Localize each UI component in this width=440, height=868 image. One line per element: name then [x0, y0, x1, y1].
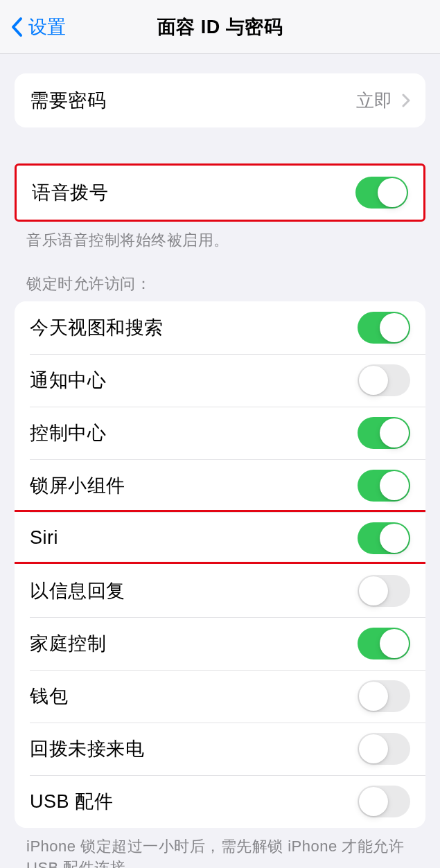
chevron-right-icon	[402, 94, 410, 107]
lock-access-toggle[interactable]	[358, 786, 410, 817]
lock-access-toggle[interactable]	[358, 312, 410, 344]
back-button[interactable]: 设置	[0, 15, 66, 39]
lock-access-item-label: 控制中心	[30, 420, 106, 445]
lock-access-row[interactable]: 家庭控制	[15, 617, 425, 670]
voice-dial-row[interactable]: 语音拨号	[17, 166, 423, 220]
lock-access-row[interactable]: 通知中心	[15, 354, 425, 407]
lock-access-group: 今天视图和搜索通知中心控制中心锁屏小组件Siri以信息回复家庭控制钱包回拨未接来…	[15, 301, 425, 828]
lock-access-item-label: 家庭控制	[30, 631, 106, 656]
require-passcode-group: 需要密码 立即	[15, 73, 425, 127]
require-passcode-row[interactable]: 需要密码 立即	[15, 73, 425, 127]
lock-access-toggle[interactable]	[358, 417, 410, 449]
lock-access-item-label: 锁屏小组件	[30, 473, 125, 498]
lock-access-item-label: 钱包	[30, 684, 68, 709]
lock-access-row[interactable]: 今天视图和搜索	[15, 301, 425, 354]
lock-access-item-label: 今天视图和搜索	[30, 315, 164, 340]
lock-access-row[interactable]: Siri	[15, 512, 425, 565]
voice-dial-footer: 音乐语音控制将始终被启用。	[26, 230, 414, 251]
voice-dial-group: 语音拨号	[15, 163, 425, 222]
back-label: 设置	[28, 15, 66, 39]
nav-bar: 设置 面容 ID 与密码	[0, 0, 440, 54]
lock-access-row[interactable]: USB 配件	[15, 775, 425, 828]
lock-access-item-label: 回拨未接来电	[30, 736, 144, 761]
lock-access-toggle[interactable]	[358, 733, 410, 765]
lock-access-row[interactable]: 以信息回复	[15, 565, 425, 617]
chevron-left-icon	[10, 17, 23, 37]
lock-access-item-label: 通知中心	[30, 368, 106, 393]
lock-access-row[interactable]: 控制中心	[15, 407, 425, 459]
lock-access-toggle[interactable]	[358, 680, 410, 712]
lock-access-item-label: USB 配件	[30, 789, 113, 814]
lock-access-row[interactable]: 回拨未接来电	[15, 723, 425, 775]
lock-access-toggle[interactable]	[358, 628, 410, 659]
page-title: 面容 ID 与密码	[157, 15, 283, 39]
require-passcode-value-wrap: 立即	[356, 89, 410, 113]
require-passcode-label: 需要密码	[30, 88, 106, 113]
lock-access-toggle[interactable]	[358, 522, 410, 554]
voice-dial-toggle[interactable]	[355, 177, 408, 209]
lock-access-row[interactable]: 钱包	[15, 670, 425, 723]
lock-access-footer: iPhone 锁定超过一小时后，需先解锁 iPhone 才能允许 USB 配件连…	[26, 836, 414, 868]
require-passcode-value: 立即	[356, 89, 392, 113]
lock-access-toggle[interactable]	[358, 470, 410, 502]
lock-access-header: 锁定时允许访问：	[26, 274, 414, 294]
lock-access-toggle[interactable]	[358, 364, 410, 396]
lock-access-item-label: Siri	[30, 527, 58, 549]
voice-dial-label: 语音拨号	[32, 180, 108, 205]
lock-access-row[interactable]: 锁屏小组件	[15, 459, 425, 512]
lock-access-toggle[interactable]	[358, 575, 410, 607]
lock-access-item-label: 以信息回复	[30, 578, 125, 603]
